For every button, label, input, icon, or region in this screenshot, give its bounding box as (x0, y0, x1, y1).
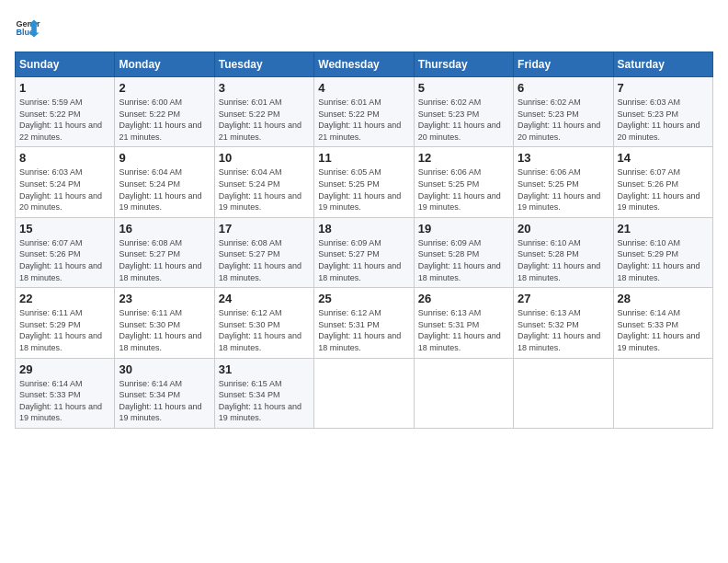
calendar-cell: 19 Sunrise: 6:09 AM Sunset: 5:28 PM Dayl… (414, 217, 513, 287)
day-detail: Sunrise: 6:14 AM Sunset: 5:34 PM Dayligh… (119, 378, 210, 424)
day-detail: Sunrise: 6:13 AM Sunset: 5:32 PM Dayligh… (518, 307, 609, 353)
calendar-cell: 18 Sunrise: 6:09 AM Sunset: 5:27 PM Dayl… (314, 217, 414, 287)
calendar-cell (414, 358, 513, 428)
day-number: 1 (19, 81, 110, 95)
day-detail: Sunrise: 6:10 AM Sunset: 5:29 PM Dayligh… (618, 237, 709, 283)
day-number: 16 (119, 222, 210, 236)
calendar-cell: 10 Sunrise: 6:04 AM Sunset: 5:24 PM Dayl… (214, 147, 313, 217)
calendar-cell: 14 Sunrise: 6:07 AM Sunset: 5:26 PM Dayl… (613, 147, 712, 217)
logo: General Blue (15, 15, 40, 40)
day-number: 17 (219, 222, 310, 236)
weekday-header-tuesday: Tuesday (214, 52, 313, 77)
calendar-cell: 22 Sunrise: 6:11 AM Sunset: 5:29 PM Dayl… (16, 288, 115, 358)
day-number: 3 (219, 81, 310, 95)
day-detail: Sunrise: 6:05 AM Sunset: 5:25 PM Dayligh… (318, 167, 409, 213)
day-detail: Sunrise: 6:07 AM Sunset: 5:26 PM Dayligh… (618, 167, 709, 213)
day-detail: Sunrise: 6:01 AM Sunset: 5:22 PM Dayligh… (318, 97, 409, 143)
calendar-cell: 2 Sunrise: 6:00 AM Sunset: 5:22 PM Dayli… (115, 77, 214, 147)
day-number: 4 (318, 81, 409, 95)
svg-text:Blue: Blue (16, 28, 34, 37)
calendar-cell: 4 Sunrise: 6:01 AM Sunset: 5:22 PM Dayli… (314, 77, 414, 147)
weekday-header-monday: Monday (115, 52, 214, 77)
calendar-cell: 13 Sunrise: 6:06 AM Sunset: 5:25 PM Dayl… (514, 147, 613, 217)
calendar-cell (314, 358, 414, 428)
day-number: 21 (618, 222, 709, 236)
day-number: 5 (418, 81, 509, 95)
weekday-header-row: SundayMondayTuesdayWednesdayThursdayFrid… (16, 52, 713, 77)
weekday-header-wednesday: Wednesday (314, 52, 414, 77)
calendar-week-2: 8 Sunrise: 6:03 AM Sunset: 5:24 PM Dayli… (16, 147, 713, 217)
calendar-cell: 15 Sunrise: 6:07 AM Sunset: 5:26 PM Dayl… (16, 217, 115, 287)
day-number: 8 (19, 151, 110, 165)
calendar-cell: 7 Sunrise: 6:03 AM Sunset: 5:23 PM Dayli… (613, 77, 712, 147)
day-detail: Sunrise: 5:59 AM Sunset: 5:22 PM Dayligh… (19, 97, 110, 143)
day-detail: Sunrise: 6:06 AM Sunset: 5:25 PM Dayligh… (518, 167, 609, 213)
calendar-cell: 17 Sunrise: 6:08 AM Sunset: 5:27 PM Dayl… (214, 217, 313, 287)
calendar-cell: 26 Sunrise: 6:13 AM Sunset: 5:31 PM Dayl… (414, 288, 513, 358)
day-detail: Sunrise: 6:07 AM Sunset: 5:26 PM Dayligh… (19, 237, 110, 283)
day-detail: Sunrise: 6:02 AM Sunset: 5:23 PM Dayligh… (518, 97, 609, 143)
page-header: General Blue (15, 15, 713, 40)
day-number: 11 (318, 151, 409, 165)
day-number: 24 (219, 292, 310, 305)
day-detail: Sunrise: 6:03 AM Sunset: 5:24 PM Dayligh… (19, 167, 110, 213)
day-detail: Sunrise: 6:15 AM Sunset: 5:34 PM Dayligh… (219, 378, 310, 424)
day-detail: Sunrise: 6:14 AM Sunset: 5:33 PM Dayligh… (19, 378, 110, 424)
calendar-cell: 12 Sunrise: 6:06 AM Sunset: 5:25 PM Dayl… (414, 147, 513, 217)
calendar-table: SundayMondayTuesdayWednesdayThursdayFrid… (15, 52, 713, 429)
day-number: 19 (418, 222, 509, 236)
day-detail: Sunrise: 6:09 AM Sunset: 5:28 PM Dayligh… (418, 237, 509, 283)
day-number: 7 (618, 81, 709, 95)
calendar-cell: 3 Sunrise: 6:01 AM Sunset: 5:22 PM Dayli… (214, 77, 313, 147)
day-number: 14 (618, 151, 709, 165)
day-detail: Sunrise: 6:11 AM Sunset: 5:29 PM Dayligh… (19, 307, 110, 353)
weekday-header-friday: Friday (514, 52, 613, 77)
calendar-cell: 20 Sunrise: 6:10 AM Sunset: 5:28 PM Dayl… (514, 217, 613, 287)
calendar-week-5: 29 Sunrise: 6:14 AM Sunset: 5:33 PM Dayl… (16, 358, 713, 428)
day-detail: Sunrise: 6:03 AM Sunset: 5:23 PM Dayligh… (618, 97, 709, 143)
calendar-cell (613, 358, 712, 428)
calendar-cell: 31 Sunrise: 6:15 AM Sunset: 5:34 PM Dayl… (214, 358, 313, 428)
calendar-cell: 27 Sunrise: 6:13 AM Sunset: 5:32 PM Dayl… (514, 288, 613, 358)
day-detail: Sunrise: 6:04 AM Sunset: 5:24 PM Dayligh… (219, 167, 310, 213)
day-detail: Sunrise: 6:12 AM Sunset: 5:30 PM Dayligh… (219, 307, 310, 353)
day-detail: Sunrise: 6:08 AM Sunset: 5:27 PM Dayligh… (219, 237, 310, 283)
calendar-cell: 16 Sunrise: 6:08 AM Sunset: 5:27 PM Dayl… (115, 217, 214, 287)
day-number: 31 (219, 362, 310, 376)
calendar-cell: 11 Sunrise: 6:05 AM Sunset: 5:25 PM Dayl… (314, 147, 414, 217)
calendar-cell: 25 Sunrise: 6:12 AM Sunset: 5:31 PM Dayl… (314, 288, 414, 358)
day-number: 20 (518, 222, 609, 236)
calendar-week-3: 15 Sunrise: 6:07 AM Sunset: 5:26 PM Dayl… (16, 217, 713, 287)
calendar-cell: 6 Sunrise: 6:02 AM Sunset: 5:23 PM Dayli… (514, 77, 613, 147)
day-detail: Sunrise: 6:09 AM Sunset: 5:27 PM Dayligh… (318, 237, 409, 283)
day-detail: Sunrise: 6:02 AM Sunset: 5:23 PM Dayligh… (418, 97, 509, 143)
calendar-week-4: 22 Sunrise: 6:11 AM Sunset: 5:29 PM Dayl… (16, 288, 713, 358)
calendar-cell: 5 Sunrise: 6:02 AM Sunset: 5:23 PM Dayli… (414, 77, 513, 147)
logo-icon: General Blue (15, 15, 40, 40)
day-number: 22 (19, 292, 110, 305)
calendar-cell: 1 Sunrise: 5:59 AM Sunset: 5:22 PM Dayli… (16, 77, 115, 147)
day-detail: Sunrise: 6:13 AM Sunset: 5:31 PM Dayligh… (418, 307, 509, 353)
day-number: 23 (119, 292, 210, 305)
weekday-header-saturday: Saturday (613, 52, 712, 77)
calendar-cell: 23 Sunrise: 6:11 AM Sunset: 5:30 PM Dayl… (115, 288, 214, 358)
calendar-cell: 24 Sunrise: 6:12 AM Sunset: 5:30 PM Dayl… (214, 288, 313, 358)
calendar-cell: 30 Sunrise: 6:14 AM Sunset: 5:34 PM Dayl… (115, 358, 214, 428)
day-number: 28 (618, 292, 709, 305)
calendar-week-1: 1 Sunrise: 5:59 AM Sunset: 5:22 PM Dayli… (16, 77, 713, 147)
day-number: 2 (119, 81, 210, 95)
day-detail: Sunrise: 6:14 AM Sunset: 5:33 PM Dayligh… (618, 307, 709, 353)
day-detail: Sunrise: 6:12 AM Sunset: 5:31 PM Dayligh… (318, 307, 409, 353)
weekday-header-thursday: Thursday (414, 52, 513, 77)
day-number: 27 (518, 292, 609, 305)
day-number: 10 (219, 151, 310, 165)
day-number: 15 (19, 222, 110, 236)
calendar-cell: 28 Sunrise: 6:14 AM Sunset: 5:33 PM Dayl… (613, 288, 712, 358)
calendar-cell (514, 358, 613, 428)
day-number: 12 (418, 151, 509, 165)
day-detail: Sunrise: 6:08 AM Sunset: 5:27 PM Dayligh… (119, 237, 210, 283)
day-detail: Sunrise: 6:04 AM Sunset: 5:24 PM Dayligh… (119, 167, 210, 213)
day-number: 9 (119, 151, 210, 165)
calendar-cell: 21 Sunrise: 6:10 AM Sunset: 5:29 PM Dayl… (613, 217, 712, 287)
calendar-cell: 29 Sunrise: 6:14 AM Sunset: 5:33 PM Dayl… (16, 358, 115, 428)
